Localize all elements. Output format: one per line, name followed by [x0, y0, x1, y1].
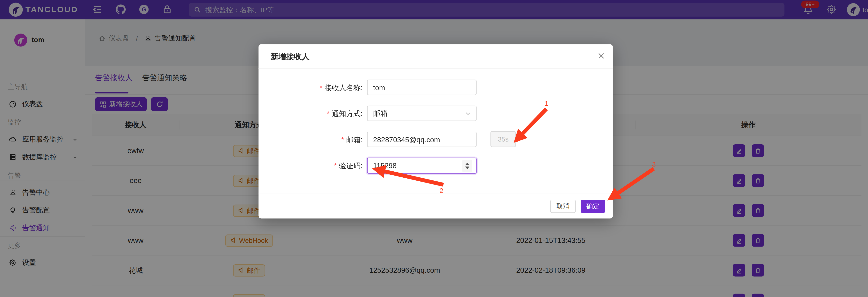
- form-row-email: *邮箱: 35s: [258, 132, 613, 147]
- spinner-up-icon[interactable]: [465, 162, 469, 165]
- selected-method: 邮箱: [373, 108, 388, 119]
- notification-method-select[interactable]: 邮箱: [367, 106, 476, 121]
- field-label-code: 验证码:: [339, 161, 363, 170]
- confirm-button[interactable]: 确定: [581, 200, 605, 213]
- send-code-timer-button[interactable]: 35s: [491, 131, 516, 147]
- form-row-method: *通知方式: 邮箱: [258, 106, 613, 121]
- field-label-email: 邮箱:: [346, 136, 363, 144]
- required-mark: *: [319, 84, 322, 92]
- required-mark: *: [327, 109, 330, 118]
- modal-title: 新增接收人: [271, 52, 310, 62]
- recipient-name-input[interactable]: [367, 79, 476, 95]
- close-icon[interactable]: [597, 52, 605, 60]
- modal-header-divider: [258, 68, 613, 68]
- spinner-down-icon[interactable]: [465, 166, 469, 169]
- chevron-down-icon: [465, 110, 471, 117]
- field-label-method: 通知方式:: [332, 109, 363, 118]
- form-row-code: *验证码: 115298: [258, 158, 613, 173]
- verification-code-input[interactable]: 115298: [367, 158, 476, 173]
- form-row-name: *接收人名称:: [258, 79, 613, 95]
- verification-code-value: 115298: [373, 161, 397, 170]
- field-label-name: 接收人名称:: [324, 84, 363, 92]
- modal-footer-divider: [258, 194, 613, 194]
- app-root: TANCLOUD G 99+: [0, 0, 868, 297]
- number-spinner[interactable]: [462, 160, 472, 172]
- add-recipient-modal: 新增接收人 *接收人名称: *通知方式: 邮箱 *邮箱: 35s *验证码: 1…: [258, 44, 613, 218]
- email-input[interactable]: [367, 132, 476, 147]
- required-mark: *: [334, 161, 337, 170]
- required-mark: *: [341, 136, 344, 144]
- cancel-button[interactable]: 取消: [550, 200, 576, 213]
